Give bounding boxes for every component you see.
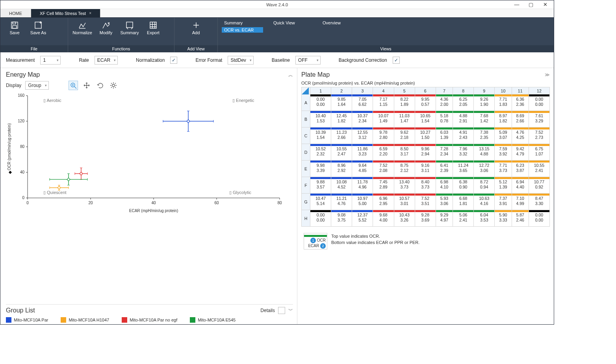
export-button[interactable]: Export <box>142 20 164 36</box>
svg-text:80: 80 <box>20 144 25 149</box>
view-quick[interactable]: Quick View <box>271 20 312 26</box>
view-overview[interactable]: Overview <box>320 20 362 26</box>
tab-mito-stress[interactable]: XF Cell Mito Stress Test× <box>31 9 100 17</box>
grouplist-title: Group List <box>6 307 35 314</box>
plate-subtitle: OCR (pmol/min/ug protein) vs. ECAR (mpH/… <box>301 81 550 85</box>
svg-text:0: 0 <box>26 201 29 205</box>
normalize-button[interactable]: Normalize <box>71 20 93 36</box>
summary-button[interactable]: Summary <box>119 20 141 36</box>
ribbon-group-addview: Add View <box>174 45 217 52</box>
rate-select[interactable]: ECAR <box>95 56 118 65</box>
close-button[interactable]: ✕ <box>540 2 551 7</box>
svg-rect-2 <box>13 26 17 28</box>
rate-label: Rate <box>79 57 89 63</box>
titlebar: Wave 2.4.0 — ▢ ✕ <box>0 0 554 9</box>
baseline-select[interactable]: OFF <box>295 56 321 65</box>
display-label: Display <box>6 83 21 88</box>
plate-title: Plate Map <box>301 71 330 78</box>
measurement-label: Measurement <box>6 57 35 63</box>
filterbar: Measurement 1 Rate ECAR Normalization ✓ … <box>0 52 554 68</box>
save-as-button[interactable]: Save As <box>27 20 49 36</box>
svg-text:120: 120 <box>18 119 24 123</box>
errfmt-select[interactable]: StdDev <box>228 56 253 65</box>
collapse-energy-icon[interactable]: ︽ <box>288 72 293 78</box>
app-window: Wave 2.4.0 — ▢ ✕ HOME XF Cell Mito Stres… <box>0 0 554 325</box>
svg-text:40: 40 <box>151 201 156 205</box>
save-icon <box>9 21 20 30</box>
collapse-groups-icon[interactable]: ︾ <box>288 307 293 314</box>
normalization-checkbox[interactable]: ✓ <box>170 57 177 64</box>
export-icon <box>148 21 158 30</box>
expand-plate-icon[interactable]: ≫ <box>545 72 550 78</box>
details-checkbox[interactable]: ✓ <box>278 307 285 314</box>
bgcorr-checkbox[interactable]: ✓ <box>393 57 400 64</box>
summary-icon <box>124 21 135 30</box>
errfmt-label: Error Format <box>195 57 222 63</box>
display-select[interactable]: Group <box>25 81 49 90</box>
svg-text:20: 20 <box>88 201 93 205</box>
svg-text:▯ Energetic: ▯ Energetic <box>232 98 254 103</box>
svg-text:80: 80 <box>277 201 282 205</box>
svg-rect-1 <box>13 22 16 24</box>
legend-item[interactable]: Mito-MCF10A H1047 <box>61 317 109 323</box>
view-summary[interactable]: Summary <box>222 20 263 26</box>
close-icon[interactable]: × <box>89 11 91 15</box>
svg-rect-5 <box>150 22 156 28</box>
svg-text:ECAR (mpH/min/ug protein): ECAR (mpH/min/ug protein) <box>129 209 178 213</box>
normalize-icon <box>77 21 87 30</box>
legend-item[interactable]: Mito-MCF10A Par no egf <box>122 317 177 323</box>
ribbon-group-file: File <box>0 45 68 52</box>
svg-text:OCR (pmol/min/ug protein): OCR (pmol/min/ug protein) <box>7 123 11 170</box>
undo-icon[interactable] <box>95 81 105 90</box>
energy-title: Energy Map <box>6 71 40 78</box>
svg-text:40: 40 <box>20 170 25 174</box>
zoom-icon[interactable] <box>69 81 78 90</box>
svg-text:0: 0 <box>22 196 24 200</box>
energy-chart[interactable]: 02040608004080120160ECAR (mpH/min/ug pro… <box>6 92 293 304</box>
plate-table[interactable]: 123456789101112A0.000.009.851.647.056.62… <box>301 87 550 227</box>
minimize-button[interactable]: — <box>511 2 522 7</box>
app-title: Wave 2.4.0 <box>266 2 288 7</box>
pan-icon[interactable] <box>82 81 91 90</box>
svg-rect-4 <box>126 22 133 28</box>
add-view-button[interactable]: Add <box>185 20 207 36</box>
plus-icon <box>191 21 201 30</box>
svg-text:▯ Glycolytic: ▯ Glycolytic <box>229 190 252 195</box>
ribbon-group-functions: Functions <box>68 45 174 52</box>
save-button[interactable]: Save <box>4 20 26 36</box>
details-label: Details <box>260 308 275 313</box>
modify-icon <box>101 21 111 30</box>
view-ocr-ecar[interactable]: OCR vs. ECAR <box>222 27 263 33</box>
bgcorr-label: Background Correction <box>339 57 387 63</box>
svg-text:▯ Quiescent: ▯ Quiescent <box>43 190 67 195</box>
settings-icon[interactable] <box>109 81 118 90</box>
tabstrip: HOME XF Cell Mito Stress Test× <box>0 9 554 18</box>
svg-text:160: 160 <box>18 93 24 98</box>
legend-item[interactable]: Mito-MCF10A E545 <box>190 317 236 323</box>
maximize-button[interactable]: ▢ <box>525 2 536 7</box>
measurement-select[interactable]: 1 <box>40 56 61 65</box>
svg-point-7 <box>112 84 115 87</box>
tab-home[interactable]: HOME <box>0 9 31 17</box>
plate-legend: 1 OCR ECAR 2 Top value indicates OCR. Bo… <box>301 231 550 251</box>
legend-item[interactable]: Mito-MCF10A Par <box>6 317 48 323</box>
modify-button[interactable]: Modify <box>95 20 117 36</box>
svg-text:▯ Aerobic: ▯ Aerobic <box>43 98 61 103</box>
baseline-label: Baseline <box>272 57 290 63</box>
save-as-icon <box>33 21 43 30</box>
svg-text:60: 60 <box>214 201 219 205</box>
ribbon: Save Save As File Normalize Modify Summa… <box>0 18 554 52</box>
ribbon-group-views: Views <box>218 45 554 52</box>
normalization-label: Normalization <box>136 57 165 63</box>
